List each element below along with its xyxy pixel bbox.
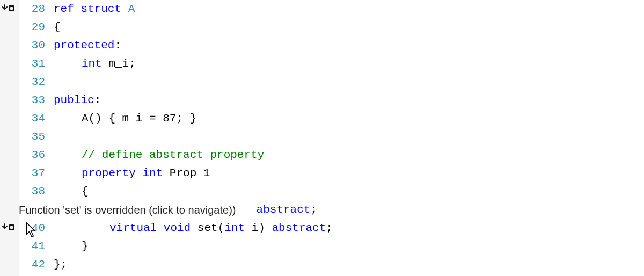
code-line[interactable]: public: xyxy=(54,91,644,110)
line-number: 31 xyxy=(19,55,45,73)
code-line[interactable]: ref struct A xyxy=(54,0,644,18)
code-area[interactable]: ref struct A{protected:int m_i;public:A(… xyxy=(54,0,644,276)
line-number: 38 xyxy=(19,183,45,201)
code-token: ; xyxy=(310,204,317,216)
code-token: Prop_1 xyxy=(163,167,210,179)
code-token: // define abstract property xyxy=(82,149,264,161)
code-token xyxy=(121,3,128,15)
code-line[interactable]: protected: xyxy=(54,37,644,55)
override-tooltip[interactable]: Function 'set' is overridden (click to n… xyxy=(19,201,239,219)
code-token: set( xyxy=(191,222,224,234)
code-token: abstract xyxy=(272,222,326,234)
code-token: int xyxy=(224,222,245,234)
line-number: 37 xyxy=(19,164,45,183)
override-marker-icon[interactable] xyxy=(2,4,17,13)
code-token: property int xyxy=(82,167,163,179)
line-number: 35 xyxy=(19,128,45,146)
code-line[interactable] xyxy=(54,73,644,91)
code-token: ref struct xyxy=(54,3,121,15)
line-number-column: 282930313233343536373839404142 xyxy=(19,0,54,276)
code-line[interactable]: A() { m_i = 87; } xyxy=(54,110,644,128)
code-line[interactable]: } xyxy=(54,237,644,256)
code-token: }; xyxy=(54,258,67,271)
code-line[interactable]: virtual void set(int i) abstract; xyxy=(54,219,644,237)
code-line[interactable]: // define abstract property xyxy=(54,146,644,164)
code-line[interactable]: int m_i; xyxy=(54,55,644,73)
code-token: virtual void xyxy=(109,222,191,234)
code-token: public xyxy=(54,94,94,106)
line-number: 40 xyxy=(19,219,45,237)
code-token: A xyxy=(128,3,135,15)
line-number: 28 xyxy=(19,0,45,18)
line-number: 29 xyxy=(19,18,45,37)
line-number: 32 xyxy=(19,73,45,91)
svg-rect-1 xyxy=(10,7,13,10)
glyph-margin[interactable] xyxy=(0,0,19,276)
code-token: { xyxy=(82,185,89,198)
code-token: abstract xyxy=(250,204,310,216)
code-token: } xyxy=(82,240,89,252)
line-number: 36 xyxy=(19,146,45,164)
code-token: { xyxy=(54,21,61,33)
code-line[interactable]: }; xyxy=(54,256,644,274)
code-token: ; xyxy=(326,222,333,234)
line-number: 41 xyxy=(19,237,45,256)
line-number: 42 xyxy=(19,256,45,274)
svg-rect-3 xyxy=(10,226,13,229)
override-marker-icon[interactable] xyxy=(2,223,17,233)
code-token: m_i; xyxy=(102,57,136,70)
code-editor[interactable]: 282930313233343536373839404142 ref struc… xyxy=(0,0,644,276)
code-token: : xyxy=(114,39,121,52)
code-token: protected xyxy=(54,39,114,52)
code-token: int xyxy=(82,57,102,70)
code-token: A() { m_i = 87; } xyxy=(82,112,196,125)
line-number: 30 xyxy=(19,37,45,55)
code-token: : xyxy=(94,94,101,106)
code-line[interactable] xyxy=(54,128,644,146)
code-line[interactable]: { xyxy=(54,183,644,201)
code-token: i) xyxy=(245,222,272,234)
code-line[interactable]: property int Prop_1 xyxy=(54,164,644,183)
code-line[interactable]: { xyxy=(54,18,644,37)
line-number: 34 xyxy=(19,110,45,128)
line-number: 33 xyxy=(19,91,45,110)
